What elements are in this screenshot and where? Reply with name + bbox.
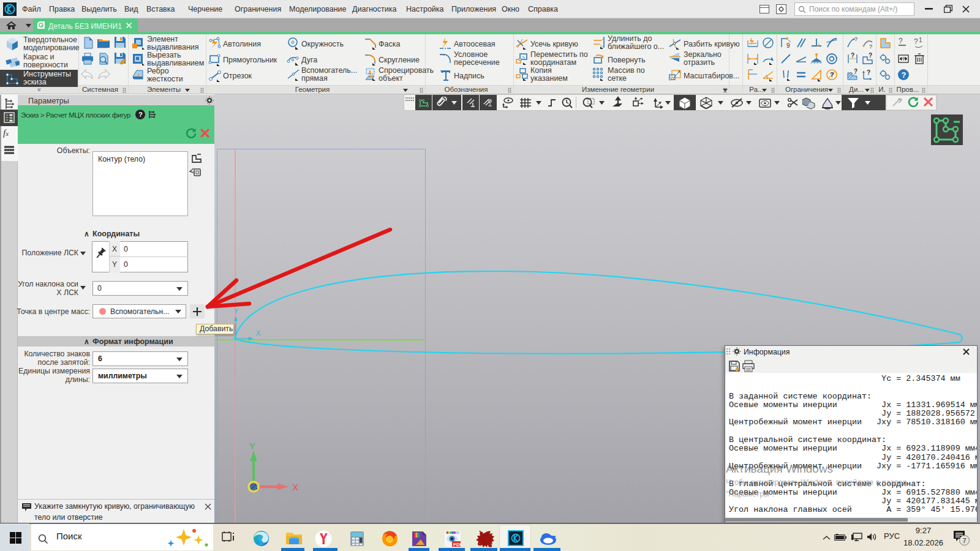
svg-text:?: ? [869, 43, 872, 50]
svg-text:?: ? [854, 68, 858, 75]
svg-text:?: ? [899, 37, 903, 45]
svg-text:?: ? [867, 69, 870, 76]
svg-text:?: ? [902, 56, 905, 62]
svg-text:?: ? [830, 71, 834, 78]
svg-text:?: ? [138, 111, 143, 118]
svg-text:?: ? [902, 70, 907, 80]
svg-text:Y: Y [249, 441, 255, 451]
svg-text:PDF: PDF [453, 542, 461, 547]
svg-text:?: ? [914, 37, 918, 46]
svg-text:1: 1 [919, 37, 922, 43]
svg-text:X: X [292, 482, 298, 492]
svg-text:9: 9 [786, 42, 790, 49]
svg-text:?: ? [851, 52, 854, 59]
svg-text:?: ? [854, 36, 858, 42]
svg-text:?: ? [869, 52, 872, 59]
